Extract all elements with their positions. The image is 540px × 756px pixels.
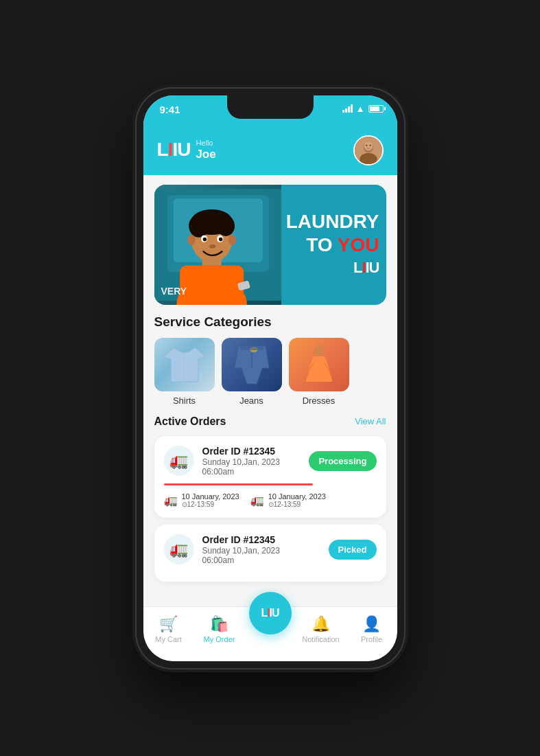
category-image-dresses <box>289 338 349 391</box>
category-image-jeans <box>222 338 282 391</box>
nav-item-profile[interactable]: 👤 Profile <box>347 612 397 643</box>
nav-item-cart[interactable]: 🛒 My Cart <box>143 612 194 643</box>
order-delivery-1: 🚛 10 January, 2023 ⊙12-13:59 <box>250 492 326 508</box>
nav-fab-button[interactable]: LIIU <box>249 592 292 634</box>
bottom-nav: 🛒 My Cart 🛍️ My Order LIIU 🔔 Notificatio… <box>143 606 397 661</box>
svg-point-22 <box>228 235 235 245</box>
svg-point-4 <box>366 144 367 146</box>
banner-logo: LIIU <box>353 259 379 277</box>
order-status-badge-2: Picked <box>329 540 377 560</box>
category-item-dresses[interactable]: Dresses <box>289 338 349 406</box>
category-item-jeans[interactable]: Jeans <box>222 338 282 406</box>
svg-point-18 <box>202 237 207 241</box>
banner-headline-1: LAUNDRY <box>286 212 379 231</box>
nav-fab-wrapper: LIIU <box>245 612 296 645</box>
notification-icon: 🔔 <box>312 615 330 633</box>
wifi-icon: ▲ <box>356 104 365 114</box>
order-truck-icon-1: 🚛 <box>164 446 194 476</box>
greeting-group: Hello Joe <box>196 139 215 162</box>
order-truck-icon-2: 🚛 <box>164 534 194 564</box>
status-icons: ▲ <box>342 104 384 114</box>
view-all-link[interactable]: View All <box>355 416 386 426</box>
pickup-date-1: 10 January, 2023 <box>182 492 239 501</box>
active-orders-section: Active Orders View All 🚛 Order ID #12345… <box>143 415 397 582</box>
pickup-truck-icon-1: 🚛 <box>164 494 178 507</box>
fab-label <box>269 637 271 645</box>
svg-point-27 <box>314 345 325 356</box>
svg-point-14 <box>189 214 209 237</box>
jeans-svg <box>228 344 276 385</box>
order-info-2: Order ID #12345 Sunday 10,Jan, 2023 06:0… <box>202 534 320 565</box>
app-logo: LIIU <box>157 140 191 159</box>
order-id-1: Order ID #12345 <box>202 446 301 457</box>
order-time-1: 06:00am <box>202 467 301 477</box>
order-pickup-1: 🚛 10 January, 2023 ⊙12-13:59 <box>164 492 239 508</box>
category-item-shirts[interactable]: Shirts <box>154 338 215 406</box>
order-card-2[interactable]: 🚛 Order ID #12345 Sunday 10,Jan, 2023 06… <box>154 525 386 582</box>
service-categories-title: Service Categories <box>154 314 386 330</box>
nav-label-cart: My Cart <box>155 635 182 643</box>
banner-very-text: VERY <box>161 286 187 297</box>
svg-point-21 <box>187 235 195 245</box>
svg-point-5 <box>369 144 371 146</box>
banner-text: LAUNDRY TO YOU LIIU <box>281 204 386 285</box>
active-orders-title: Active Orders <box>154 415 226 428</box>
order-card-1[interactable]: 🚛 Order ID #12345 Sunday 10,Jan, 2023 06… <box>154 436 386 518</box>
categories-row: Shirts <box>154 338 386 406</box>
svg-point-15 <box>217 216 235 236</box>
delivery-truck-icon-1: 🚛 <box>250 494 264 507</box>
delivery-details-1: 10 January, 2023 ⊙12-13:59 <box>268 492 326 508</box>
svg-point-3 <box>364 141 373 150</box>
order-date-2: Sunday 10,Jan, 2023 <box>202 546 320 555</box>
active-orders-header: Active Orders View All <box>154 415 386 428</box>
shirt-svg <box>161 344 209 385</box>
svg-point-2 <box>360 152 377 165</box>
order-top-2: 🚛 Order ID #12345 Sunday 10,Jan, 2023 06… <box>164 534 377 565</box>
order-date-1: Sunday 10,Jan, 2023 <box>202 457 301 467</box>
category-label-jeans: Jeans <box>239 396 263 406</box>
promo-banner: VERY LAUNDRY TO YOU LIIU <box>154 185 386 305</box>
nav-item-notification[interactable]: 🔔 Notification <box>296 612 347 643</box>
order-id-2: Order ID #12345 <box>202 534 320 545</box>
svg-rect-26 <box>240 347 263 350</box>
category-image-shirts <box>154 338 215 391</box>
category-label-shirts: Shirts <box>173 396 196 406</box>
main-content: VERY LAUNDRY TO YOU LIIU Service Categor… <box>143 175 397 614</box>
delivery-clock-1: ⊙12-13:59 <box>268 501 326 508</box>
delivery-date-1: 10 January, 2023 <box>268 492 326 501</box>
order-times-row-1: 🚛 10 January, 2023 ⊙12-13:59 🚛 10 Januar… <box>164 492 377 508</box>
my-order-icon: 🛍️ <box>210 615 228 633</box>
signal-icon <box>342 104 353 113</box>
service-categories-section: Service Categories Shirts <box>143 314 397 406</box>
greeting-hello: Hello <box>196 139 215 148</box>
nav-label-my-order: My Order <box>204 635 235 643</box>
nav-item-my-order[interactable]: 🛍️ My Order <box>194 612 245 643</box>
order-status-badge-1: Processing <box>309 451 376 471</box>
app-header: LIIU Hello Joe <box>143 130 397 175</box>
avatar-svg <box>355 135 382 165</box>
profile-icon: 👤 <box>362 615 381 633</box>
battery-icon <box>368 105 384 113</box>
avatar-image <box>355 137 382 164</box>
svg-rect-10 <box>180 265 244 303</box>
order-progress-bar-1 <box>164 483 313 485</box>
order-time-2: 06:00am <box>202 555 320 565</box>
svg-point-20 <box>209 244 215 249</box>
dress-svg <box>295 344 343 385</box>
order-top-1: 🚛 Order ID #12345 Sunday 10,Jan, 2023 06… <box>164 446 377 477</box>
pickup-details-1: 10 January, 2023 ⊙12-13:59 <box>182 492 239 508</box>
banner-image: VERY <box>154 185 282 305</box>
nav-label-notification: Notification <box>302 635 339 643</box>
svg-point-19 <box>218 237 222 241</box>
category-label-dresses: Dresses <box>303 396 336 406</box>
cart-icon: 🛒 <box>159 615 178 633</box>
fab-logo: LIIU <box>261 607 279 619</box>
pickup-clock-1: ⊙12-13:59 <box>182 501 239 508</box>
banner-headline-2: TO YOU <box>306 236 379 255</box>
greeting-name: Joe <box>196 148 215 161</box>
phone-notch <box>227 95 314 119</box>
svg-rect-28 <box>314 356 325 363</box>
logo-group: LIIU Hello Joe <box>157 139 216 162</box>
avatar[interactable] <box>353 135 384 165</box>
nav-label-profile: Profile <box>361 635 382 643</box>
